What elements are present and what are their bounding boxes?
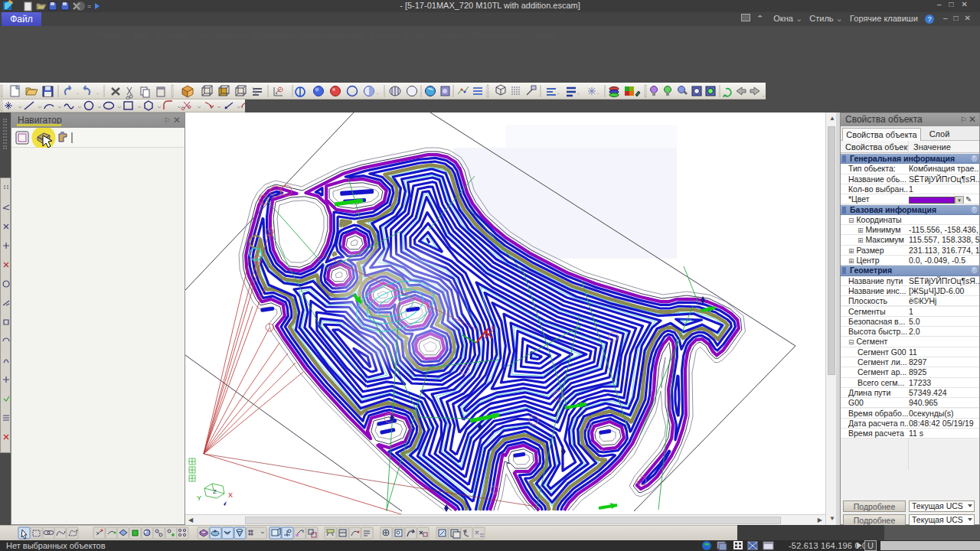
svg-text:-: - bbox=[377, 90, 379, 96]
svg-text:Z: Z bbox=[213, 488, 217, 495]
svg-text:-: - bbox=[577, 90, 580, 96]
svg-text:-: - bbox=[96, 90, 99, 96]
svg-text:x: x bbox=[491, 324, 495, 331]
svg-text:Y: Y bbox=[197, 494, 201, 502]
svg-text:,: , bbox=[763, 91, 764, 98]
svg-text:-: - bbox=[77, 90, 79, 96]
svg-text:X: X bbox=[228, 491, 233, 499]
svg-text:-: - bbox=[597, 90, 599, 96]
svg-text:-: - bbox=[557, 90, 560, 96]
